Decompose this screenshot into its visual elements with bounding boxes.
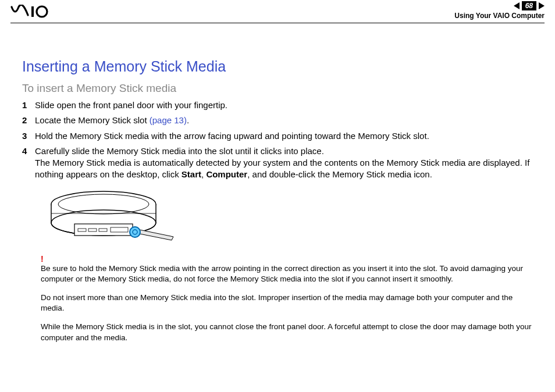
vaio-logo-svg — [10, 5, 63, 19]
svg-point-3 — [58, 194, 149, 214]
step-text: Slide open the front panel door with you… — [35, 99, 533, 111]
step-item: 1 Slide open the front panel door with y… — [22, 99, 533, 111]
svg-rect-0 — [31, 6, 34, 17]
page-subtitle: To insert a Memory Stick media — [22, 82, 533, 95]
warning-icon: ! — [41, 254, 533, 263]
step-text: Hold the Memory Stick media with the arr… — [35, 130, 533, 142]
next-page-arrow-icon[interactable] — [539, 2, 545, 9]
ui-ref-start: Start — [182, 169, 201, 179]
step-line-part: , and double-click the Memory Stick medi… — [247, 169, 432, 179]
page-content: Inserting a Memory Stick Media To insert… — [0, 23, 555, 343]
memory-stick-insert-figure — [41, 187, 180, 250]
breadcrumb: Using Your VAIO Computer — [454, 12, 545, 20]
step-number: 4 — [22, 145, 35, 181]
step-text: Locate the Memory Stick slot (page 13). — [35, 115, 533, 126]
step-text-part: Locate the Memory Stick slot — [35, 115, 150, 125]
ui-ref-computer: Computer — [206, 169, 247, 179]
warning-note: Do not insert more than one Memory Stick… — [41, 293, 533, 313]
svg-rect-6 — [74, 224, 133, 236]
page-link[interactable]: (page 13) — [150, 115, 187, 125]
step-text-part: . — [187, 115, 189, 125]
page-navigation: 68 Using Your VAIO Computer — [454, 1, 545, 20]
svg-point-11 — [130, 227, 140, 237]
step-item: 3 Hold the Memory Stick media with the a… — [22, 130, 533, 142]
step-number: 1 — [22, 99, 35, 111]
svg-point-1 — [37, 6, 47, 17]
step-number: 2 — [22, 115, 35, 126]
page-header: 68 Using Your VAIO Computer — [10, 0, 545, 23]
warning-note: While the Memory Stick media is in the s… — [41, 322, 533, 343]
vaio-logo — [10, 5, 63, 22]
step-item: 2 Locate the Memory Stick slot (page 13)… — [22, 115, 533, 126]
page-number: 68 — [522, 1, 536, 10]
step-line: Carefully slide the Memory Stick media i… — [35, 146, 324, 156]
page-title: Inserting a Memory Stick Media — [22, 58, 533, 75]
step-text: Carefully slide the Memory Stick media i… — [35, 145, 533, 181]
prev-page-arrow-icon[interactable] — [514, 2, 520, 9]
step-list: 1 Slide open the front panel door with y… — [22, 99, 533, 181]
step-item: 4 Carefully slide the Memory Stick media… — [22, 145, 533, 181]
warning-note: Be sure to hold the Memory Stick media w… — [41, 263, 533, 284]
device-illustration — [41, 187, 180, 250]
step-number: 3 — [22, 130, 35, 142]
